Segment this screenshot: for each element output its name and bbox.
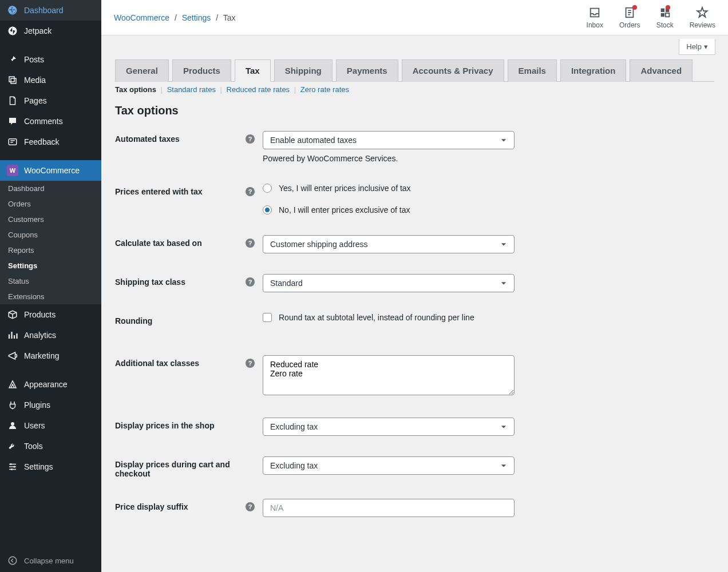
woocommerce-icon: W	[7, 165, 18, 176]
settings-tabs: General Products Tax Shipping Payments A…	[115, 59, 714, 82]
chevron-down-icon: ▾	[704, 42, 708, 51]
top-bar: WooCommerce / Settings / Tax Inbox Order…	[101, 0, 728, 35]
sidebar-item-pages[interactable]: Pages	[0, 90, 101, 111]
svg-rect-12	[666, 13, 669, 16]
top-action-stock[interactable]: Stock	[656, 6, 674, 29]
sidebar-item-comments[interactable]: Comments	[0, 111, 101, 132]
checkbox-rounding[interactable]: Round tax at subtotal level, instead of …	[263, 313, 526, 322]
top-actions: Inbox Orders Stock Reviews	[587, 6, 715, 29]
sidebar-item-feedback[interactable]: Feedback	[0, 132, 101, 152]
submenu-status[interactable]: Status	[0, 273, 101, 289]
help-tip-icon[interactable]: ?	[246, 134, 255, 144]
crumb-settings[interactable]: Settings	[182, 13, 211, 22]
help-tip-icon[interactable]: ?	[246, 277, 255, 287]
label-price-suffix: Price display suffix	[115, 502, 188, 511]
tab-emails[interactable]: Emails	[508, 59, 557, 82]
woocommerce-submenu: Dashboard Orders Customers Coupons Repor…	[0, 181, 101, 304]
users-icon	[7, 420, 18, 431]
radio-prices-exclusive[interactable]: No, I will enter prices exclusive of tax	[263, 205, 526, 214]
pin-icon	[7, 54, 18, 65]
submenu-orders[interactable]: Orders	[0, 196, 101, 212]
sidebar-item-analytics[interactable]: Analytics	[0, 325, 101, 345]
checkbox-icon	[263, 313, 272, 322]
help-tip-icon[interactable]: ?	[246, 187, 255, 196]
help-button[interactable]: Help ▾	[679, 39, 715, 55]
select-display-cart[interactable]: Excluding tax	[263, 456, 515, 475]
select-display-shop[interactable]: Excluding tax	[263, 418, 515, 436]
tab-integration[interactable]: Integration	[560, 59, 627, 82]
sidebar-item-settings[interactable]: Settings	[0, 456, 101, 477]
input-price-suffix[interactable]	[263, 499, 515, 517]
collapse-icon	[7, 555, 18, 566]
textarea-additional-classes[interactable]	[263, 355, 515, 395]
sidebar-item-posts[interactable]: Posts	[0, 49, 101, 70]
settings-icon	[7, 461, 18, 472]
svg-point-1	[9, 27, 17, 35]
label-automated-taxes: Automated taxes	[115, 134, 180, 144]
submenu-coupons[interactable]: Coupons	[0, 227, 101, 243]
sidebar-item-woocommerce[interactable]: W WooCommerce	[0, 160, 101, 181]
select-automated-taxes[interactable]: Enable automated taxes	[263, 131, 515, 149]
section-title: Tax options	[115, 104, 714, 117]
svg-rect-11	[660, 13, 664, 16]
desc-automated-taxes: Powered by WooCommerce Services.	[263, 154, 526, 163]
svg-point-6	[11, 468, 13, 470]
inbox-icon	[588, 6, 601, 19]
select-calc-tax[interactable]: Customer shipping address	[263, 235, 515, 253]
admin-sidebar: Dashboard Jetpack Posts Media Pages Comm…	[0, 0, 101, 572]
tab-shipping[interactable]: Shipping	[274, 59, 333, 82]
label-display-shop: Display prices in the shop	[115, 421, 215, 430]
collapse-menu[interactable]: Collapse menu	[0, 549, 101, 572]
sidebar-item-products[interactable]: Products	[0, 304, 101, 325]
subnav-tax-options[interactable]: Tax options	[115, 85, 156, 94]
pages-icon	[7, 95, 18, 106]
help-tip-icon[interactable]: ?	[246, 359, 255, 368]
media-icon	[7, 74, 18, 86]
submenu-reports[interactable]: Reports	[0, 243, 101, 258]
badge-dot	[666, 5, 670, 10]
marketing-icon	[7, 350, 18, 362]
badge-dot	[632, 5, 637, 10]
sidebar-item-plugins[interactable]: Plugins	[0, 395, 101, 415]
help-tip-icon[interactable]: ?	[246, 502, 255, 511]
crumb-current: Tax	[223, 13, 236, 22]
sidebar-item-appearance[interactable]: Appearance	[0, 374, 101, 395]
tab-general[interactable]: General	[115, 59, 169, 82]
tab-tax[interactable]: Tax	[235, 59, 271, 82]
sidebar-item-jetpack[interactable]: Jetpack	[0, 21, 101, 41]
select-shipping-tax-class[interactable]: Standard	[263, 274, 515, 292]
tax-subnav: Tax options | Standard rates | Reduced r…	[115, 85, 714, 94]
label-additional-classes: Additional tax classes	[115, 359, 199, 368]
tab-accounts[interactable]: Accounts & Privacy	[402, 59, 504, 82]
breadcrumb: WooCommerce / Settings / Tax	[114, 13, 235, 22]
sidebar-item-media[interactable]: Media	[0, 70, 101, 90]
subnav-standard[interactable]: Standard rates	[167, 85, 216, 94]
svg-point-7	[9, 557, 17, 565]
dashboard-icon	[7, 5, 18, 16]
crumb-woocommerce[interactable]: WooCommerce	[114, 13, 169, 22]
sidebar-item-dashboard[interactable]: Dashboard	[0, 0, 101, 21]
svg-point-3	[11, 422, 14, 426]
top-action-orders[interactable]: Orders	[619, 6, 640, 29]
submenu-extensions[interactable]: Extensions	[0, 289, 101, 304]
radio-prices-inclusive[interactable]: Yes, I will enter prices inclusive of ta…	[263, 184, 526, 193]
submenu-customers[interactable]: Customers	[0, 212, 101, 227]
tab-payments[interactable]: Payments	[336, 59, 398, 82]
plugins-icon	[7, 399, 18, 411]
tab-advanced[interactable]: Advanced	[630, 59, 693, 82]
reviews-icon	[696, 6, 709, 19]
analytics-icon	[7, 329, 18, 341]
submenu-dashboard[interactable]: Dashboard	[0, 181, 101, 196]
sidebar-item-marketing[interactable]: Marketing	[0, 345, 101, 366]
label-calc-tax: Calculate tax based on	[115, 239, 202, 248]
sidebar-item-users[interactable]: Users	[0, 415, 101, 436]
top-action-reviews[interactable]: Reviews	[690, 6, 715, 29]
submenu-settings[interactable]: Settings	[0, 258, 101, 273]
comments-icon	[7, 116, 18, 127]
sidebar-item-tools[interactable]: Tools	[0, 436, 101, 456]
help-tip-icon[interactable]: ?	[246, 239, 255, 248]
subnav-zero[interactable]: Zero rate rates	[300, 85, 349, 94]
top-action-inbox[interactable]: Inbox	[587, 6, 603, 29]
tab-products[interactable]: Products	[172, 59, 231, 82]
subnav-reduced[interactable]: Reduced rate rates	[227, 85, 290, 94]
